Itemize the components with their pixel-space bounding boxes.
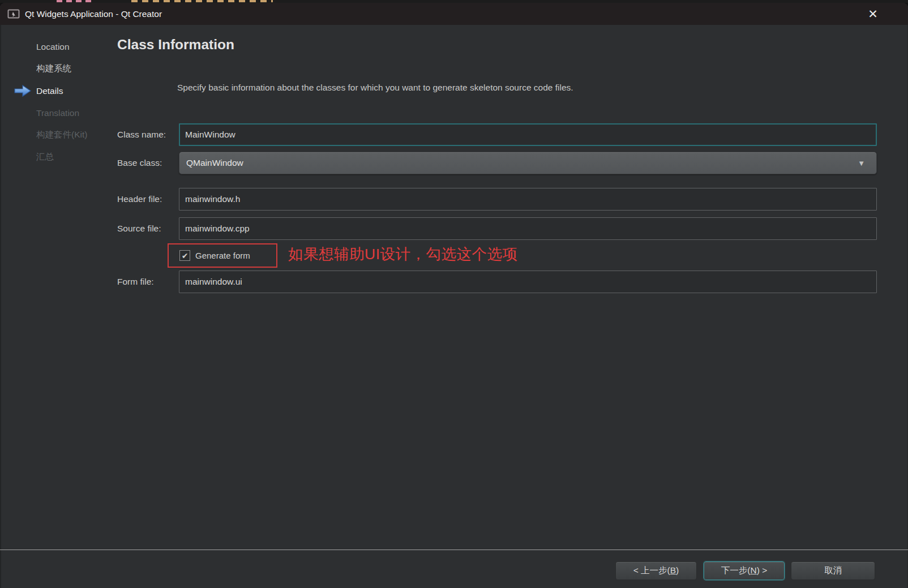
sidebar-item-build-system[interactable]: 构建系统 (36, 58, 121, 80)
source-file-input[interactable] (179, 217, 877, 240)
app-window-icon (7, 9, 20, 19)
sidebar-item-location[interactable]: Location (36, 36, 121, 58)
form-file-label: Form file: (117, 277, 154, 287)
sidebar-item-summary: 汇总 (36, 146, 121, 168)
footer-separator (0, 550, 908, 550)
sidebar-item-label: Translation (36, 108, 79, 118)
generate-form-checkbox[interactable]: ✔ (179, 250, 190, 261)
background-text-sliver-orange (131, 0, 273, 2)
annotation-highlight-rectangle: ✔ Generate form (168, 243, 277, 268)
page-description: Specify basic information about the clas… (177, 83, 573, 93)
page-title: Class Information (117, 37, 234, 53)
sidebar-item-label: Details (36, 86, 63, 96)
sidebar-item-translation: Translation (36, 102, 121, 124)
current-step-arrow-icon (14, 84, 31, 97)
class-name-label: Class name: (117, 130, 166, 140)
sidebar-item-details[interactable]: Details (36, 80, 121, 102)
close-icon: ✕ (868, 7, 878, 21)
base-class-label: Base class: (117, 158, 162, 168)
cancel-button-label: 取消 (824, 565, 842, 577)
back-button[interactable]: < 上一步(B) (615, 561, 697, 580)
generate-form-label[interactable]: Generate form (195, 251, 250, 260)
sidebar-item-label: 构建套件(Kit) (36, 129, 87, 141)
class-name-input[interactable] (179, 123, 877, 146)
form-file-input[interactable] (179, 271, 877, 293)
sidebar-item-kits: 构建套件(Kit) (36, 124, 121, 146)
sidebar-item-label: Location (36, 42, 70, 52)
titlebar[interactable]: Qt Widgets Application - Qt Creator (0, 3, 908, 25)
wizard-steps-sidebar: Location 构建系统 Details Translation (36, 36, 121, 168)
annotation-text: 如果想辅助UI设计，勾选这个选项 (288, 244, 518, 264)
base-class-value: QMainWindow (186, 158, 858, 168)
wizard-dialog: Qt Widgets Application - Qt Creator ✕ Lo… (0, 3, 908, 588)
chevron-down-icon: ▼ (858, 159, 865, 168)
cancel-button[interactable]: 取消 (791, 561, 875, 580)
checkmark-icon: ✔ (182, 252, 189, 260)
background-text-sliver-pink (57, 0, 94, 2)
window-title: Qt Widgets Application - Qt Creator (25, 9, 162, 19)
header-file-label: Header file: (117, 194, 162, 204)
sidebar-item-label: 构建系统 (36, 63, 71, 75)
close-button[interactable]: ✕ (863, 5, 883, 23)
next-button-label: 下一步(N) > (721, 565, 767, 577)
next-button[interactable]: 下一步(N) > (704, 561, 785, 580)
base-class-dropdown[interactable]: QMainWindow ▼ (179, 152, 877, 174)
source-file-label: Source file: (117, 224, 161, 234)
header-file-input[interactable] (179, 188, 877, 211)
back-button-label: < 上一步(B) (633, 565, 679, 577)
sidebar-item-label: 汇总 (36, 151, 54, 163)
